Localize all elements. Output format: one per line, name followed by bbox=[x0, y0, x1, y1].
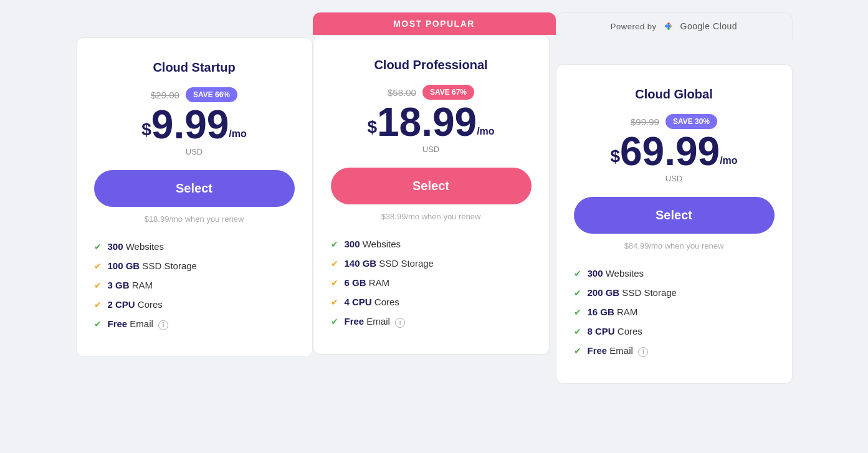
card-startup: Cloud Startup $29.00 SAVE 66% $ 9.99 /mo… bbox=[76, 37, 313, 357]
startup-check-storage: ✔ bbox=[94, 261, 102, 271]
startup-original-price: $29.00 bbox=[151, 90, 179, 100]
card-professional: Cloud Professional $58.00 SAVE 67% $ 18.… bbox=[313, 35, 550, 355]
startup-feature-email: ✔ Free Email i bbox=[94, 318, 295, 330]
professional-price-main: 18.99 bbox=[377, 102, 477, 142]
professional-check-websites: ✔ bbox=[331, 239, 338, 249]
global-save-badge: SAVE 30% bbox=[665, 114, 717, 129]
startup-select-button[interactable]: Select bbox=[94, 170, 295, 207]
card-global: Cloud Global $99.99 SAVE 30% $ 69.99 /mo… bbox=[556, 64, 793, 384]
startup-currency: USD bbox=[94, 147, 295, 156]
professional-pricing-row: $58.00 SAVE 67% bbox=[331, 85, 532, 100]
startup-feature-ram: ✔ 3 GB RAM bbox=[94, 280, 295, 290]
global-check-storage: ✔ bbox=[574, 288, 581, 298]
professional-feature-cpu: ✔ 4 CPU Cores bbox=[331, 297, 532, 307]
professional-check-email: ✔ bbox=[331, 317, 338, 327]
global-check-websites: ✔ bbox=[574, 269, 581, 279]
professional-feature-ram: ✔ 6 GB RAM bbox=[331, 277, 532, 288]
global-original-price: $99.99 bbox=[631, 117, 659, 127]
startup-save-badge: SAVE 66% bbox=[186, 87, 237, 102]
global-price-display: $ 69.99 /mo bbox=[574, 131, 775, 171]
card-startup-wrapper: Cloud Startup $29.00 SAVE 66% $ 9.99 /mo… bbox=[76, 12, 313, 357]
startup-check-websites: ✔ bbox=[94, 242, 102, 252]
professional-price-dollar: $ bbox=[367, 118, 377, 136]
global-price-per-mo: /mo bbox=[720, 155, 737, 166]
professional-original-price: $58.00 bbox=[388, 87, 416, 98]
card-professional-wrapper: MOST POPULAR Cloud Professional $58.00 S… bbox=[313, 12, 556, 355]
startup-features: ✔ 300 Websites ✔ 100 GB SSD Storage ✔ 3 … bbox=[94, 241, 295, 330]
startup-feature-websites: ✔ 300 Websites bbox=[94, 241, 295, 252]
startup-feature-cpu: ✔ 2 CPU Cores bbox=[94, 299, 295, 310]
startup-check-ram: ✔ bbox=[94, 280, 102, 290]
professional-save-badge: SAVE 67% bbox=[422, 85, 474, 100]
professional-price-display: $ 18.99 /mo bbox=[331, 102, 532, 142]
global-feature-cpu: ✔ 8 CPU Cores bbox=[574, 326, 775, 336]
global-title: Cloud Global bbox=[574, 87, 775, 102]
professional-check-cpu: ✔ bbox=[331, 297, 338, 307]
startup-check-email: ✔ bbox=[94, 319, 102, 329]
global-feature-storage: ✔ 200 GB SSD Storage bbox=[574, 287, 775, 298]
google-cloud-banner: Powered by Google Cloud bbox=[556, 12, 793, 39]
global-email-info-icon[interactable]: i bbox=[638, 347, 648, 357]
google-cloud-logo bbox=[662, 19, 675, 33]
global-check-cpu: ✔ bbox=[574, 327, 581, 336]
startup-pricing-row: $29.00 SAVE 66% bbox=[94, 87, 295, 102]
svg-point-2 bbox=[670, 25, 672, 27]
svg-point-4 bbox=[664, 25, 666, 27]
startup-price-display: $ 9.99 /mo bbox=[94, 105, 295, 145]
startup-price-dollar: $ bbox=[141, 121, 151, 138]
global-price-dollar: $ bbox=[610, 148, 620, 165]
global-pricing-row: $99.99 SAVE 30% bbox=[574, 114, 775, 129]
pricing-cards-container: Cloud Startup $29.00 SAVE 66% $ 9.99 /mo… bbox=[0, 0, 868, 396]
startup-feature-storage: ✔ 100 GB SSD Storage bbox=[94, 260, 295, 271]
professional-feature-email: ✔ Free Email i bbox=[331, 316, 532, 328]
global-feature-email: ✔ Free Email i bbox=[574, 345, 775, 357]
global-renew-text: $84.99/mo when you renew bbox=[574, 241, 775, 250]
startup-price-per-mo: /mo bbox=[229, 128, 246, 140]
startup-check-cpu: ✔ bbox=[94, 300, 102, 310]
professional-email-info-icon[interactable]: i bbox=[395, 318, 405, 328]
professional-feature-storage: ✔ 140 GB SSD Storage bbox=[331, 258, 532, 269]
professional-check-ram: ✔ bbox=[331, 278, 338, 288]
global-currency: USD bbox=[574, 174, 775, 183]
svg-point-3 bbox=[667, 28, 669, 30]
global-price-main: 69.99 bbox=[620, 131, 720, 171]
professional-price-per-mo: /mo bbox=[477, 126, 494, 137]
startup-price-main: 9.99 bbox=[151, 105, 229, 145]
global-feature-ram: ✔ 16 GB RAM bbox=[574, 307, 775, 317]
professional-check-storage: ✔ bbox=[331, 259, 338, 269]
global-features: ✔ 300 Websites ✔ 200 GB SSD Storage ✔ 16… bbox=[574, 268, 775, 357]
google-cloud-icon bbox=[662, 19, 675, 33]
google-cloud-text: Google Cloud bbox=[680, 21, 738, 31]
professional-feature-websites: ✔ 300 Websites bbox=[331, 239, 532, 249]
professional-select-button[interactable]: Select bbox=[331, 168, 532, 204]
svg-point-1 bbox=[667, 22, 669, 24]
global-check-email: ✔ bbox=[574, 346, 581, 356]
professional-title: Cloud Professional bbox=[331, 58, 532, 72]
global-feature-websites: ✔ 300 Websites bbox=[574, 268, 775, 279]
professional-features: ✔ 300 Websites ✔ 140 GB SSD Storage ✔ 6 … bbox=[331, 239, 532, 328]
popular-banner: MOST POPULAR bbox=[313, 12, 556, 35]
professional-renew-text: $38.99/mo when you renew bbox=[331, 212, 532, 221]
card-global-wrapper: Powered by Google Cloud Cloud Global $99… bbox=[556, 12, 793, 384]
startup-title: Cloud Startup bbox=[94, 60, 295, 75]
global-select-button[interactable]: Select bbox=[574, 197, 775, 234]
global-check-ram: ✔ bbox=[574, 307, 581, 317]
startup-renew-text: $18.99/mo when you renew bbox=[94, 214, 295, 224]
startup-email-info-icon[interactable]: i bbox=[158, 320, 168, 330]
powered-by-text: Powered by bbox=[611, 22, 657, 31]
professional-currency: USD bbox=[331, 145, 532, 154]
